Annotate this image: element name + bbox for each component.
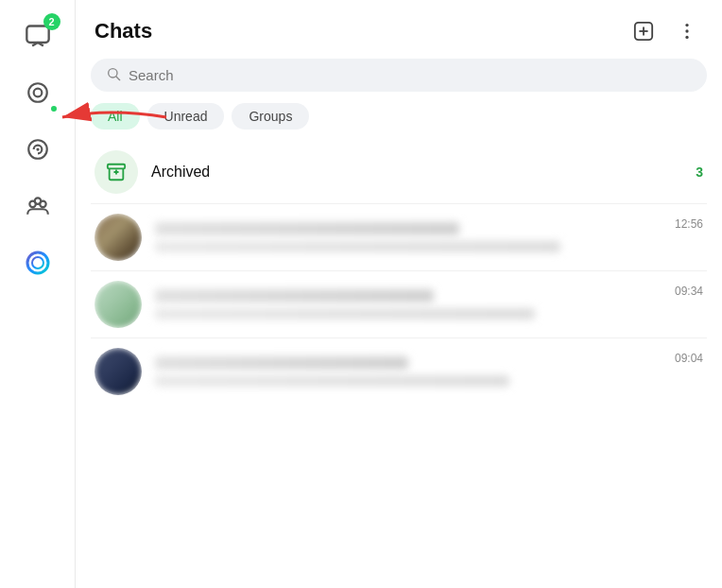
more-options-icon <box>677 21 697 42</box>
chat-preview <box>155 308 535 320</box>
more-options-button[interactable] <box>671 15 703 47</box>
svg-point-7 <box>34 198 41 204</box>
sidebar-item-chats[interactable]: 2 <box>13 11 62 61</box>
chat-item[interactable]: 12:56 <box>76 204 722 270</box>
chat-time: 09:34 <box>675 281 703 298</box>
chat-info <box>155 289 662 320</box>
chat-name <box>155 356 408 370</box>
header-actions <box>627 15 703 47</box>
svg-point-4 <box>36 147 39 150</box>
archive-svg <box>106 162 127 182</box>
svg-point-16 <box>685 36 688 39</box>
chat-time: 12:56 <box>675 214 703 231</box>
filter-tabs: All Unread Groups <box>76 103 722 141</box>
avatar <box>95 348 142 395</box>
avatar <box>95 281 142 328</box>
page-title: Chats <box>95 19 152 43</box>
search-bar <box>91 59 707 92</box>
sidebar: 2 <box>0 0 76 588</box>
chat-panel: Chats <box>76 0 722 588</box>
chat-list: Archived 3 12:56 09:34 <box>76 141 722 588</box>
svg-rect-19 <box>108 164 125 169</box>
svg-point-1 <box>28 83 47 102</box>
archived-label: Archived <box>151 164 682 181</box>
chat-info <box>155 356 662 387</box>
tab-unread[interactable]: Unread <box>147 103 225 130</box>
search-input[interactable] <box>129 67 692 83</box>
sidebar-item-circles[interactable] <box>13 238 62 287</box>
svg-point-15 <box>685 29 688 32</box>
sidebar-item-status[interactable] <box>13 68 62 117</box>
chat-item[interactable]: 09:34 <box>76 271 722 337</box>
new-chat-icon <box>633 21 654 42</box>
tab-groups[interactable]: Groups <box>232 103 309 130</box>
chat-item[interactable]: 09:04 <box>76 338 722 405</box>
svg-point-9 <box>32 257 43 268</box>
chat-badge: 2 <box>43 13 60 30</box>
channels-icon <box>26 137 50 162</box>
archive-icon <box>95 150 138 194</box>
chat-time: 09:04 <box>675 348 703 365</box>
new-chat-button[interactable] <box>627 15 660 47</box>
sidebar-item-channels[interactable] <box>13 125 62 174</box>
status-icon <box>26 80 50 105</box>
archived-count: 3 <box>696 164 703 180</box>
chat-preview <box>155 375 509 387</box>
svg-line-18 <box>116 77 120 80</box>
svg-rect-0 <box>26 26 48 43</box>
chat-name <box>155 289 434 303</box>
sidebar-item-communities[interactable] <box>13 182 62 231</box>
chat-preview <box>155 241 560 252</box>
tab-all[interactable]: All <box>91 103 140 130</box>
search-icon <box>106 66 121 84</box>
communities-icon <box>26 194 50 218</box>
chat-info <box>155 222 662 252</box>
chat-name <box>155 222 459 235</box>
archived-row[interactable]: Archived 3 <box>76 141 722 203</box>
chat-header: Chats <box>76 0 722 59</box>
svg-point-8 <box>27 252 48 273</box>
svg-point-2 <box>33 89 42 97</box>
svg-point-14 <box>685 24 688 26</box>
circles-icon <box>24 249 52 277</box>
status-online-dot <box>49 104 59 113</box>
avatar <box>95 214 142 261</box>
